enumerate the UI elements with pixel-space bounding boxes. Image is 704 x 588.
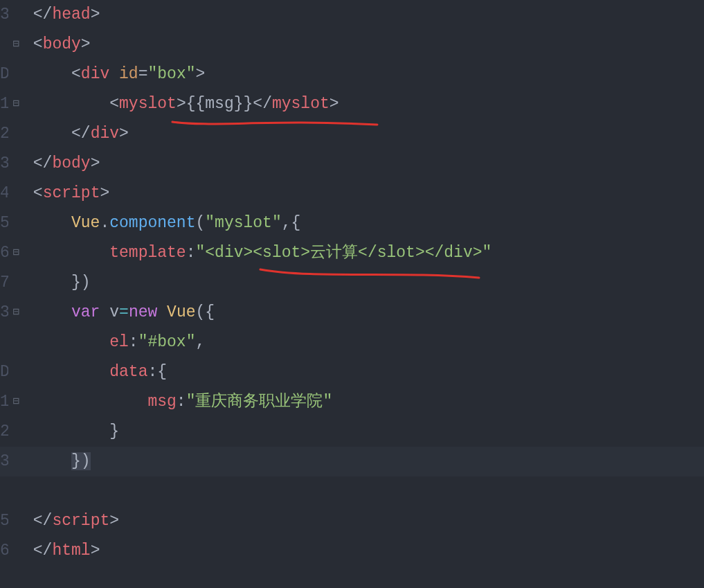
line-number: 4 <box>0 179 8 208</box>
line-number: 6 <box>0 536 8 566</box>
code-line[interactable]: <body> <box>24 30 704 60</box>
line-number: 3 <box>0 0 8 30</box>
code-line[interactable]: <myslot>{{msg}}</myslot> <box>24 89 704 119</box>
line-number <box>0 476 8 506</box>
fold-marker[interactable]: ⊟ <box>8 238 24 268</box>
code-line[interactable]: </body> <box>24 149 704 179</box>
fold-marker[interactable] <box>8 357 24 387</box>
code-line[interactable]: </html> <box>24 536 704 566</box>
fold-marker[interactable] <box>8 268 24 298</box>
fold-marker[interactable] <box>8 536 24 566</box>
code-line[interactable]: template:"<div><slot>云计算</slot></div>" <box>24 238 704 268</box>
fold-marker[interactable]: ⊟ <box>8 89 24 119</box>
fold-marker[interactable] <box>8 476 24 506</box>
line-number: 2 <box>0 417 8 447</box>
code-editor: 3 D 1 2 3 4 5 6 7 3 D 1 2 3 5 6 ⊟ ⊟ ⊟ ⊟ … <box>0 0 704 588</box>
line-number: D <box>0 357 8 387</box>
code-line[interactable]: var v=new Vue({ <box>24 298 704 328</box>
code-line[interactable]: el:"#box", <box>24 328 704 357</box>
code-line[interactable]: }) <box>24 447 704 476</box>
code-line[interactable]: Vue.component("myslot",{ <box>24 208 704 238</box>
line-number: 5 <box>0 506 8 536</box>
fold-marker[interactable]: ⊟ <box>8 30 24 60</box>
code-line[interactable]: </div> <box>24 119 704 149</box>
fold-marker[interactable] <box>8 328 24 357</box>
fold-marker[interactable] <box>8 149 24 179</box>
line-number: 2 <box>0 119 8 149</box>
line-number: D <box>0 60 8 89</box>
code-line[interactable]: </script> <box>24 506 704 536</box>
fold-marker[interactable] <box>8 417 24 447</box>
line-number: 3 <box>0 149 8 179</box>
line-number <box>0 30 8 60</box>
code-line[interactable]: <script> <box>24 179 704 208</box>
fold-marker[interactable] <box>8 208 24 238</box>
code-line[interactable]: msg:"重庆商务职业学院" <box>24 387 704 417</box>
fold-marker[interactable] <box>8 179 24 208</box>
line-number: 1 <box>0 89 8 119</box>
line-number <box>0 328 8 357</box>
code-line[interactable]: data:{ <box>24 357 704 387</box>
line-number: 6 <box>0 238 8 268</box>
fold-marker[interactable] <box>8 0 24 30</box>
fold-marker[interactable] <box>8 506 24 536</box>
code-line[interactable]: }) <box>24 268 704 298</box>
code-line[interactable]: </head> <box>24 0 704 30</box>
line-number: 3 <box>0 298 8 328</box>
code-line[interactable] <box>24 476 704 506</box>
code-line[interactable]: } <box>24 417 704 447</box>
line-number: 3 <box>0 447 8 476</box>
fold-marker[interactable]: ⊟ <box>8 298 24 328</box>
fold-gutter: ⊟ ⊟ ⊟ ⊟ ⊟ <box>8 0 24 588</box>
fold-marker[interactable] <box>8 119 24 149</box>
fold-marker[interactable]: ⊟ <box>8 387 24 417</box>
fold-marker[interactable] <box>8 60 24 89</box>
line-number: 5 <box>0 208 8 238</box>
line-number-gutter: 3 D 1 2 3 4 5 6 7 3 D 1 2 3 5 6 <box>0 0 8 588</box>
code-line[interactable]: <div id="box"> <box>24 60 704 89</box>
line-number: 1 <box>0 387 8 417</box>
fold-marker[interactable] <box>8 447 24 476</box>
line-number: 7 <box>0 268 8 298</box>
code-area[interactable]: </head> <body> <div id="box"> <myslot>{{… <box>24 0 704 588</box>
